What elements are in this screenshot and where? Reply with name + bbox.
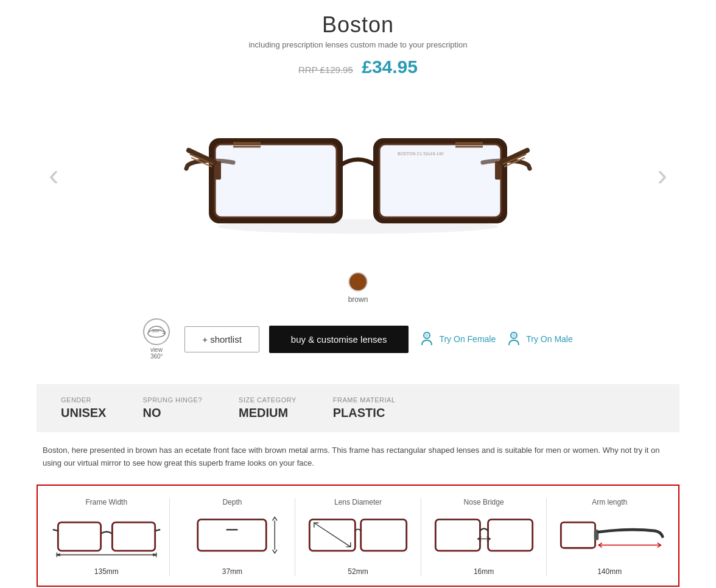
try-on-female-button[interactable]: Try On Female — [418, 331, 496, 348]
product-image-area: BOSTON C1 52x16-140 — [71, 89, 645, 260]
view360-button[interactable]: 360° view360° — [143, 318, 170, 360]
spec-gender: GENDER UNISEX — [61, 396, 106, 420]
svg-rect-24 — [58, 522, 100, 551]
measurement-depth-value: 37mm — [222, 567, 242, 576]
action-buttons-area: 360° view360° + shortlist buy & customis… — [37, 318, 679, 360]
measurement-lens-diameter-value: 52mm — [348, 567, 368, 576]
svg-rect-29 — [198, 519, 267, 551]
spec-hinge-label: SPRUNG HINGE? — [142, 396, 202, 404]
measurement-lens-diameter-diagram — [300, 513, 416, 561]
measurement-depth-label: Depth — [222, 498, 242, 506]
try-on-male-icon — [505, 331, 522, 348]
shortlist-button[interactable]: + shortlist — [184, 326, 259, 352]
svg-text:BOSTON C1 52x16-140: BOSTON C1 52x16-140 — [398, 152, 443, 156]
price-area: RRP £129.95 £34.95 — [37, 57, 679, 77]
svg-line-37 — [314, 523, 351, 547]
next-arrow[interactable]: › — [645, 159, 679, 190]
svg-rect-41 — [488, 519, 532, 551]
spec-gender-label: GENDER — [61, 396, 106, 404]
color-label: brown — [348, 295, 368, 304]
try-on-female-label: Try On Female — [439, 334, 496, 344]
measurement-lens-diameter-label: Lens Diameter — [334, 498, 382, 506]
measurements-box: Frame Width — [37, 485, 679, 587]
glasses-image: BOSTON C1 52x16-140 — [181, 96, 535, 254]
spec-size: SIZE CATEGORY MEDIUM — [239, 396, 297, 420]
measurement-nose-bridge-label: Nose Bridge — [464, 498, 504, 506]
color-swatch-area: brown — [37, 272, 679, 304]
try-on-male-button[interactable]: Try On Male — [505, 331, 573, 348]
product-page: Boston including prescription lenses cus… — [0, 0, 716, 588]
svg-text:360°: 360° — [152, 329, 161, 333]
measurement-nose-bridge-value: 16mm — [474, 567, 494, 576]
spec-size-value: MEDIUM — [239, 406, 297, 420]
product-title-area: Boston — [37, 12, 679, 38]
price-rrp: RRP £129.95 — [298, 65, 353, 75]
svg-rect-30 — [198, 519, 267, 551]
svg-rect-44 — [561, 522, 595, 548]
spec-material: FRAME MATERIAL PLASTIC — [333, 396, 396, 420]
svg-rect-36 — [361, 519, 407, 551]
product-description: Boston, here presented in brown has an e… — [37, 444, 679, 470]
spec-material-value: PLASTIC — [333, 406, 396, 420]
product-subtitle: including prescription lenses custom mad… — [37, 40, 679, 49]
measurement-frame-width-diagram — [49, 513, 164, 561]
measurement-frame-width: Frame Width — [44, 498, 170, 576]
color-swatch-brown[interactable] — [348, 272, 368, 292]
spec-material-label: FRAME MATERIAL — [333, 396, 396, 404]
measurement-frame-width-label: Frame Width — [85, 498, 127, 506]
svg-rect-34 — [361, 519, 407, 551]
measurement-nose-bridge-diagram — [426, 513, 542, 561]
price-current: £34.95 — [362, 57, 418, 77]
svg-rect-38 — [435, 519, 480, 551]
measurement-arm-length-value: 140mm — [597, 567, 622, 576]
measurement-frame-width-value: 135mm — [94, 567, 119, 576]
try-on-female-icon — [418, 331, 435, 348]
product-name: Boston — [37, 12, 679, 38]
svg-rect-40 — [435, 519, 480, 551]
svg-rect-27 — [112, 522, 155, 551]
try-on-male-label: Try On Male — [526, 334, 573, 344]
image-carousel: ‹ — [37, 89, 679, 260]
specs-bar: GENDER UNISEX SPRUNG HINGE? NO SIZE CATE… — [37, 384, 679, 432]
view360-label: view360° — [150, 346, 163, 360]
svg-rect-26 — [58, 522, 100, 551]
measurements-grid: Frame Width — [44, 498, 672, 576]
svg-point-21 — [425, 334, 429, 337]
svg-rect-25 — [112, 522, 155, 551]
svg-rect-39 — [488, 519, 532, 551]
measurement-arm-length-diagram — [552, 513, 667, 561]
measurement-nose-bridge: Nose Bridge 16mm — [421, 498, 547, 576]
measurement-arm-length: Arm length — [547, 498, 672, 576]
spec-hinge-value: NO — [142, 406, 202, 420]
measurement-arm-length-label: Arm length — [592, 498, 627, 506]
spec-size-label: SIZE CATEGORY — [239, 396, 297, 404]
svg-rect-43 — [561, 522, 595, 548]
spec-hinge: SPRUNG HINGE? NO — [142, 396, 202, 420]
buy-button[interactable]: buy & customise lenses — [269, 326, 409, 353]
measurement-depth-diagram — [175, 513, 290, 561]
view360-icon: 360° — [143, 318, 170, 345]
prev-arrow[interactable]: ‹ — [37, 159, 71, 190]
measurement-lens-diameter: Lens Diameter 52mm — [295, 498, 421, 576]
measurement-depth: Depth 37mm — [170, 498, 296, 576]
svg-point-23 — [512, 334, 516, 337]
spec-gender-value: UNISEX — [61, 406, 106, 420]
svg-rect-2 — [215, 144, 337, 217]
